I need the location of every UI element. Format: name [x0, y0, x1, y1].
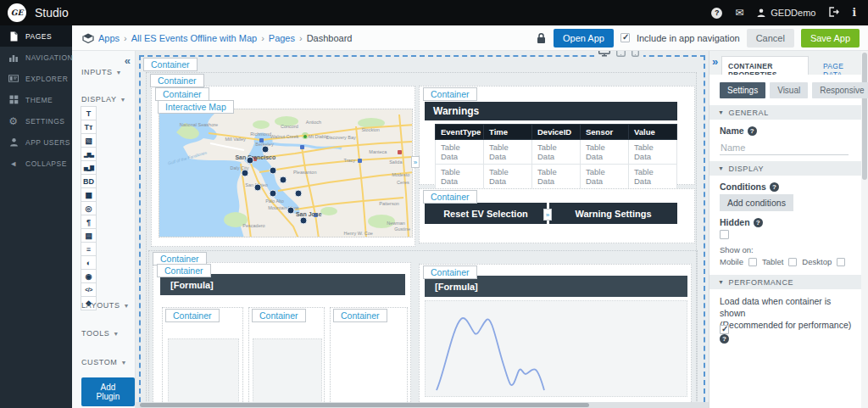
- table-tool-button[interactable]: ▤: [81, 228, 97, 243]
- tablet-checkbox[interactable]: [788, 258, 797, 266]
- map-event-marker[interactable]: [247, 157, 254, 165]
- help-icon[interactable]: ?: [754, 218, 763, 227]
- include-in-nav-checkbox[interactable]: [620, 33, 630, 42]
- map-event-marker[interactable]: [254, 183, 262, 191]
- container-label-tab[interactable]: Container: [157, 264, 211, 277]
- warning-settings-button[interactable]: Warning Settings: [549, 203, 677, 224]
- hidden-checkbox[interactable]: [720, 230, 729, 239]
- gauge-widget[interactable]: 104: [168, 338, 239, 408]
- help-icon[interactable]: ?: [748, 126, 757, 136]
- load-data-checkbox[interactable]: [720, 325, 729, 334]
- map-event-marker[interactable]: [299, 216, 307, 224]
- responsive-mode-button[interactable]: Responsive: [812, 82, 868, 98]
- empty-container[interactable]: Container: [330, 307, 408, 408]
- mail-icon[interactable]: ✉: [735, 8, 743, 18]
- container-label-tab[interactable]: Container: [252, 309, 306, 322]
- visual-mode-button[interactable]: Visual: [770, 82, 808, 98]
- container-label-tab[interactable]: Container: [423, 265, 477, 279]
- section-performance[interactable]: ▼PERFORMANCE: [709, 275, 861, 289]
- sign-out-icon[interactable]: [828, 7, 839, 19]
- column-resize-handle[interactable]: »: [411, 156, 420, 168]
- sidebar-item-app-users[interactable]: APP USERS: [0, 131, 72, 153]
- palette-section-custom[interactable]: CUSTOM▼: [81, 358, 127, 366]
- save-app-button[interactable]: Save App: [801, 29, 860, 48]
- text-tool-button[interactable]: T: [81, 106, 97, 120]
- metric-chart-tool-button[interactable]: ▅▂▇: [81, 160, 97, 175]
- big-data-tool-button[interactable]: BD: [81, 174, 97, 188]
- code-tool-button[interactable]: </>: [81, 282, 97, 297]
- help-icon[interactable]: ?: [711, 8, 722, 19]
- sidebar-item-navigation[interactable]: NAVIGATION: [0, 47, 72, 68]
- add-plugin-button[interactable]: Add Plugin: [81, 377, 135, 406]
- container-label-tab[interactable]: Container: [165, 309, 220, 322]
- bar-chart-tool-button[interactable]: ▂▆▃: [81, 147, 97, 161]
- settings-mode-button[interactable]: Settings: [720, 82, 765, 98]
- section-display[interactable]: ▼DISPLAY: [709, 161, 861, 176]
- sidebar-item-theme[interactable]: THEME: [0, 89, 72, 110]
- list-tool-button[interactable]: ≡: [81, 242, 97, 256]
- scrollbar-thumb[interactable]: [862, 53, 867, 180]
- palette-section-inputs[interactable]: INPUTS▼: [81, 68, 122, 76]
- tablet-preview-icon[interactable]: [616, 51, 626, 57]
- breadcrumb-app-name[interactable]: All ES Events Offline with Map: [131, 33, 257, 43]
- heading-tool-button[interactable]: Tт: [81, 120, 97, 134]
- design-canvas[interactable]: Container Container Container Interactiv…: [136, 51, 709, 408]
- trend-section-container[interactable]: Container [Formula]: [419, 264, 692, 408]
- sidebar-item-pages[interactable]: PAGES: [0, 25, 72, 47]
- canvas-horizontal-scrollbar[interactable]: [136, 402, 709, 408]
- map-event-marker[interactable]: [270, 167, 277, 175]
- palette-section-layouts[interactable]: LAYOUTS▼: [81, 301, 130, 310]
- gauge-container-1[interactable]: Container 104: [162, 307, 243, 408]
- column-resize-handle[interactable]: »: [543, 209, 552, 221]
- line-chart-widget[interactable]: [425, 300, 687, 397]
- desktop-preview-icon[interactable]: [598, 51, 610, 57]
- name-input[interactable]: [720, 141, 849, 155]
- container-label-tab[interactable]: Container: [423, 190, 477, 204]
- image-tool-button[interactable]: ▧: [81, 133, 97, 148]
- map-event-marker[interactable]: [287, 206, 294, 214]
- section-general[interactable]: ▼GENERAL: [709, 105, 861, 120]
- map-event-marker[interactable]: [294, 190, 302, 198]
- toggle-tool-button[interactable]: ◐: [81, 255, 97, 270]
- breadcrumb-apps[interactable]: Apps: [98, 33, 120, 43]
- breadcrumb-pages[interactable]: Pages: [269, 33, 295, 43]
- container-label-tab[interactable]: Container: [155, 87, 209, 101]
- collapse-palette-icon[interactable]: «: [125, 54, 131, 67]
- sidebar-item-settings[interactable]: ⚙ SETTINGS: [0, 110, 72, 131]
- sidebar-item-explorer[interactable]: EXPLORER: [0, 68, 72, 89]
- phone-preview-icon[interactable]: [632, 51, 639, 57]
- warnings-container[interactable]: Container Warnings EventType Time Device…: [419, 86, 695, 185]
- open-app-button[interactable]: Open App: [554, 29, 614, 48]
- expand-panel-icon[interactable]: »: [712, 55, 718, 68]
- interactive-map-canvas[interactable]: National SeashoreGulf of the FarallonesM…: [159, 109, 413, 238]
- desktop-checkbox[interactable]: [837, 258, 845, 266]
- map-event-marker[interactable]: [270, 190, 277, 198]
- map-event-marker[interactable]: [262, 145, 270, 153]
- user-menu[interactable]: GEDDemo: [756, 8, 815, 18]
- add-conditions-button[interactable]: Add conditions: [720, 194, 793, 211]
- map-container[interactable]: Container Interactive Map: [151, 86, 415, 247]
- container-label-tab[interactable]: Container: [150, 74, 204, 87]
- help-icon[interactable]: ?: [720, 334, 729, 344]
- interactive-map-label-tab[interactable]: Interactive Map: [158, 100, 234, 114]
- buttons-container[interactable]: Container Reset EV Selection Warning Set…: [419, 188, 695, 243]
- gauge-widget[interactable]: 104: [253, 338, 322, 408]
- container-label-tab[interactable]: Container: [423, 87, 477, 101]
- help-icon[interactable]: ?: [770, 182, 779, 192]
- scrollbar-thumb[interactable]: [140, 403, 589, 407]
- gauge-container-2[interactable]: Container 104: [248, 307, 325, 408]
- sidebar-item-collapse[interactable]: ◄ COLLAPSE: [0, 153, 72, 174]
- radio-tool-button[interactable]: ◉: [81, 269, 97, 283]
- cancel-button[interactable]: Cancel: [747, 29, 794, 48]
- panel-vertical-scrollbar[interactable]: [861, 51, 868, 408]
- container-label-tab[interactable]: Container: [333, 309, 387, 322]
- paragraph-tool-button[interactable]: ¶: [81, 215, 97, 229]
- map-event-marker[interactable]: [280, 176, 287, 183]
- card-grid-tool-button[interactable]: ▦: [81, 187, 97, 202]
- map-event-marker[interactable]: [242, 170, 249, 177]
- container-label-tab[interactable]: Container: [143, 58, 198, 71]
- palette-section-tools[interactable]: TOOLS▼: [81, 329, 120, 338]
- mobile-checkbox[interactable]: [748, 258, 757, 266]
- info-icon[interactable]: i: [852, 7, 856, 19]
- gauges-section-container[interactable]: Container [Formula] Container 104 Contai…: [153, 262, 411, 408]
